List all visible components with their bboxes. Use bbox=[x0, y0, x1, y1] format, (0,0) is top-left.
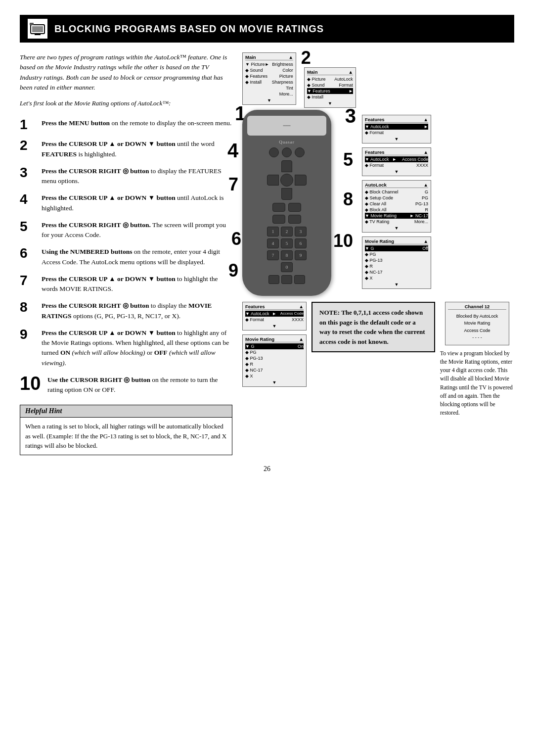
remote-numpad: 1 2 3 4 5 6 7 8 9 0 bbox=[267, 227, 307, 272]
screen-main-2: Main▲ ◆ PictureAutoLock ◆ SoundFormat ▼ … bbox=[304, 67, 356, 108]
numpad-8[interactable]: 8 bbox=[281, 250, 293, 260]
dpad-left[interactable] bbox=[267, 175, 279, 186]
screen-features-access2: Features▲ ▼ AutoLock ► Access Code ◆ For… bbox=[242, 302, 307, 331]
step-3-num: 3 bbox=[20, 165, 38, 181]
screen-main-1: Main▲ ▼ Picture►Brightness ◆ SoundColor … bbox=[242, 52, 296, 105]
remote-btn-exit[interactable] bbox=[295, 147, 305, 157]
step-8: 8 Press the CURSOR RIGHT ◎ but­ton to di… bbox=[20, 300, 232, 321]
right-column: Main▲ ▼ Picture►Brightness ◆ SoundColor … bbox=[242, 52, 514, 455]
right-screens-stack: Features▲ ▼ AutoLock► ◆ Format ▼ Feature… bbox=[362, 115, 431, 289]
step-7: 7 Press the CURSOR UP ▲ or DOWN ▼ button… bbox=[20, 273, 232, 294]
page-header: Blocking Programs Based on Movie Ratings bbox=[20, 15, 514, 43]
screen-features-access: Features▲ ▼ AutoLock ► Access Code ◆ For… bbox=[362, 147, 431, 176]
dpad-right[interactable] bbox=[295, 175, 307, 186]
step-num-overlay-3: 3 bbox=[345, 105, 356, 127]
blocked-screen-container: Channel 12 Blocked By AutoLock Movie Rat… bbox=[440, 302, 514, 418]
svg-rect-1 bbox=[32, 26, 43, 32]
step-2-num: 2 bbox=[20, 138, 38, 153]
step-2: 2 Press the CURSOR UP ▲ or DOWN ▼ button… bbox=[20, 138, 232, 159]
step-1-num: 1 bbox=[20, 117, 38, 133]
remote-btn-misc2[interactable] bbox=[294, 275, 305, 284]
bottom-left-screens: Features▲ ▼ AutoLock ► Access Code ◆ For… bbox=[242, 302, 307, 387]
step-9-text: Press the CURSOR UP ▲ or DOWN ▼ button t… bbox=[42, 327, 232, 368]
step-6: 6 Using the NUMBERED buttons on the remo… bbox=[20, 246, 232, 267]
step-10: 10 Use the CURSOR RIGHT ◎ button on the … bbox=[20, 374, 232, 395]
step-8-text: Press the CURSOR RIGHT ◎ but­ton to disp… bbox=[42, 300, 232, 321]
screen2-header: Main▲ bbox=[307, 69, 353, 75]
screen-features-1: Features▲ ▼ AutoLock► ◆ Format ▼ bbox=[362, 115, 431, 143]
step-6-text: Using the NUMBERED buttons on the remote… bbox=[42, 246, 232, 267]
numpad-4[interactable]: 4 bbox=[267, 238, 279, 248]
remote-btn-misc1[interactable] bbox=[281, 275, 292, 284]
screen1-header: Main▲ bbox=[245, 54, 293, 60]
step-9-num: 9 bbox=[20, 327, 38, 342]
numpad-9[interactable]: 9 bbox=[295, 250, 307, 260]
step-3-text: Press the CURSOR RIGHT ◎ but­ton to disp… bbox=[42, 165, 232, 187]
remote-screen-display: ═══ bbox=[283, 124, 291, 128]
remote-btn-ch-dn[interactable] bbox=[288, 215, 301, 224]
remote-mid-buttons bbox=[247, 203, 326, 212]
side-note: To view a program blocked by the Movie R… bbox=[440, 349, 514, 418]
step-num-overlay-10: 10 bbox=[333, 231, 353, 251]
remote-btn-menu[interactable] bbox=[282, 147, 292, 157]
numpad-2[interactable]: 2 bbox=[281, 227, 293, 236]
screen-movie-rating-on: Movie Rating▲ ▼ GOn ◆ PG ◆ PG-13 ◆ R ◆ N… bbox=[242, 334, 307, 387]
remote-btn-vol-dn[interactable] bbox=[272, 215, 285, 224]
numpad-1[interactable]: 1 bbox=[267, 227, 279, 236]
steps-list: 1 Press the MENU button on the remote to… bbox=[20, 117, 232, 395]
step-num-overlay-9: 9 bbox=[228, 260, 238, 281]
screen-channel-blocked: Channel 12 Blocked By AutoLock Movie Rat… bbox=[445, 302, 509, 345]
helpful-hint-body: When a rating is set to block, all highe… bbox=[20, 418, 232, 455]
step-1: 1 Press the MENU button on the remote to… bbox=[20, 117, 232, 133]
dpad-down[interactable] bbox=[281, 188, 292, 200]
header-icon bbox=[28, 19, 47, 39]
step-9: 9 Press the CURSOR UP ▲ or DOWN ▼ button… bbox=[20, 327, 232, 368]
screen2-container: Main▲ ◆ PictureAutoLock ◆ SoundFormat ▼ … bbox=[304, 67, 356, 108]
remote-and-screens: 1 4 7 9 3 5 8 10 6 ═══ Quasar bbox=[242, 110, 514, 296]
remote: ═══ Quasar bbox=[242, 110, 331, 296]
numpad-5[interactable]: 5 bbox=[281, 238, 293, 248]
step-num-overlay-4: 4 bbox=[227, 140, 238, 162]
remote-wrapper: 1 4 7 9 3 5 8 10 6 ═══ Quasar bbox=[242, 110, 331, 296]
step-7-text: Press the CURSOR UP ▲ or DOWN ▼ button t… bbox=[42, 273, 232, 294]
step-6-num: 6 bbox=[20, 246, 38, 261]
svg-rect-4 bbox=[30, 23, 34, 25]
page-number: 26 bbox=[20, 465, 514, 473]
remote-brand: Quasar bbox=[247, 140, 326, 144]
intro-paragraph1: There are two types of program ratings w… bbox=[20, 52, 232, 93]
step-4-text: Press the CURSOR UP ▲ or DOWN ▼ button u… bbox=[42, 192, 232, 213]
bottom-center: NOTE: The 0,7,1,1 access code shown on t… bbox=[312, 302, 435, 352]
page-title: Blocking Programs Based on Movie Ratings bbox=[54, 23, 324, 35]
step-4: 4 Press the CURSOR UP ▲ or DOWN ▼ button… bbox=[20, 192, 232, 213]
bottom-screens-row: Features▲ ▼ AutoLock ► Access Code ◆ For… bbox=[242, 302, 514, 418]
remote-btn-ch-up[interactable] bbox=[288, 203, 301, 212]
numpad-3[interactable]: 3 bbox=[295, 227, 307, 236]
step-num-overlay-7: 7 bbox=[228, 174, 238, 195]
note-box: NOTE: The 0,7,1,1 access code shown on t… bbox=[312, 302, 435, 352]
step-num-overlay-6: 6 bbox=[231, 229, 241, 249]
screens-top-row: Main▲ ▼ Picture►Brightness ◆ SoundColor … bbox=[242, 52, 514, 108]
step-num-overlay-8: 8 bbox=[343, 189, 353, 210]
step-4-num: 4 bbox=[20, 192, 38, 207]
helpful-hint-title: Helpful Hint bbox=[20, 405, 232, 418]
dpad-up[interactable] bbox=[281, 160, 292, 172]
remote-bottom-buttons bbox=[247, 275, 326, 284]
screen-movie-rating-off: Movie Rating▲ ▼ GOff ◆ PG ◆ PG-13 ◆ R ◆ … bbox=[362, 236, 431, 289]
step-overlay-2: 2 bbox=[301, 47, 311, 68]
step-1-text: Press the MENU button on the remote to d… bbox=[42, 117, 232, 128]
numpad-7[interactable]: 7 bbox=[267, 250, 279, 260]
remote-top-buttons bbox=[247, 147, 326, 157]
numpad-6[interactable]: 6 bbox=[295, 238, 307, 248]
step-num-overlay-5: 5 bbox=[343, 149, 353, 170]
screen1-container: Main▲ ▼ Picture►Brightness ◆ SoundColor … bbox=[242, 52, 296, 105]
remote-btn-power[interactable] bbox=[269, 147, 279, 157]
step-5: 5 Press the CURSOR RIGHT ◎ but­ton. The … bbox=[20, 219, 232, 240]
step-5-text: Press the CURSOR RIGHT ◎ but­ton. The sc… bbox=[42, 219, 232, 240]
step-2-text: Press the CURSOR UP ▲ or DOWN ▼ button u… bbox=[42, 138, 232, 159]
step-10-text: Use the CURSOR RIGHT ◎ button on the rem… bbox=[47, 374, 232, 395]
dpad-center[interactable] bbox=[280, 174, 293, 187]
step-8-num: 8 bbox=[20, 300, 38, 315]
remote-btn-vol-up[interactable] bbox=[272, 203, 285, 212]
remote-btn-mute[interactable] bbox=[268, 275, 279, 284]
numpad-0[interactable]: 0 bbox=[281, 262, 293, 272]
